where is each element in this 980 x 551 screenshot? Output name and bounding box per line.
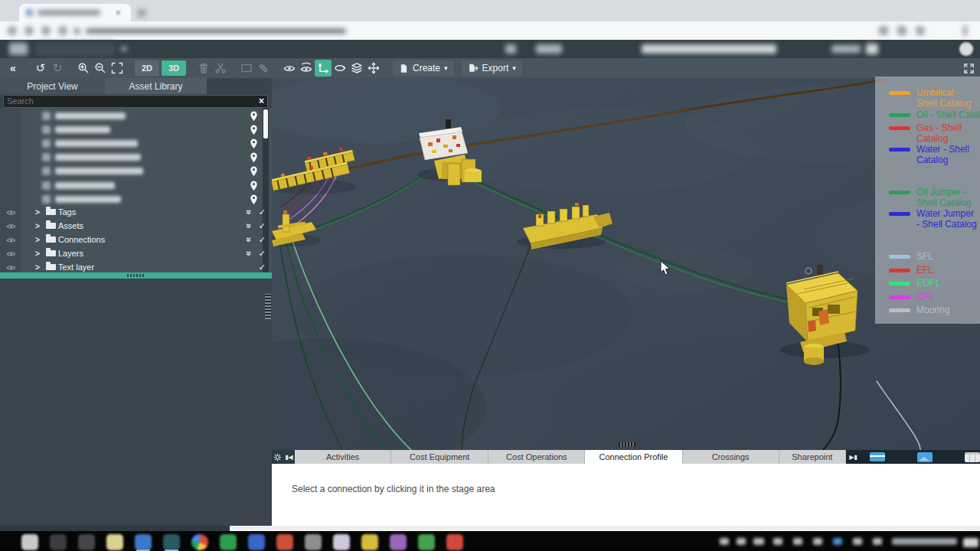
collapse-all-icon[interactable]: »	[243, 237, 254, 243]
tree-folder-tags[interactable]: > Tags »✓	[0, 205, 272, 219]
dock-app-icon[interactable]	[135, 534, 152, 550]
tree-item-blurred[interactable]	[42, 125, 110, 135]
tree-folder-label[interactable]: Tags	[58, 207, 76, 217]
dock-app-icon[interactable]	[333, 534, 350, 550]
bottom-panel-grip[interactable]	[619, 442, 635, 447]
transform-button[interactable]	[365, 60, 382, 77]
search-clear-icon[interactable]: ×	[259, 96, 264, 106]
map-pin-icon[interactable]	[250, 181, 258, 191]
browser-menu-icon[interactable]	[963, 25, 967, 36]
tray-icon[interactable]	[873, 538, 882, 545]
tray-icon[interactable]	[720, 538, 729, 545]
check-icon[interactable]: ✓	[259, 207, 266, 217]
spreadsheet-view-icon[interactable]	[965, 452, 980, 462]
tray-icon[interactable]	[737, 538, 746, 545]
dock-app-icon[interactable]	[446, 534, 463, 550]
check-icon[interactable]: ✓	[259, 249, 266, 259]
eye-icon[interactable]	[0, 207, 21, 217]
splitter-grip[interactable]	[127, 274, 144, 277]
image-view-icon[interactable]	[917, 452, 933, 462]
table-view-icon[interactable]	[870, 452, 885, 461]
panel-settings-button[interactable]	[272, 450, 283, 464]
browser-extension-icon[interactable]	[879, 26, 888, 35]
eye-icon[interactable]	[0, 221, 21, 231]
map-pin-icon[interactable]	[250, 166, 258, 177]
tree-item-blurred[interactable]	[42, 194, 121, 204]
tray-icon[interactable]	[753, 538, 764, 545]
expand-arrow-icon[interactable]: >	[35, 208, 46, 217]
scroll-tabs-end-button[interactable]: ▶▮	[848, 450, 859, 464]
dock-app-icon[interactable]	[305, 534, 322, 550]
tree-item-blurred[interactable]	[42, 139, 138, 148]
redo-button[interactable]: ↻	[49, 60, 66, 77]
dock-app-icon[interactable]	[163, 534, 180, 550]
expand-arrow-icon[interactable]: >	[35, 236, 46, 244]
search-input[interactable]	[3, 95, 268, 108]
measure-button[interactable]	[255, 60, 272, 77]
dock-app-icon[interactable]	[418, 534, 435, 550]
undo-button[interactable]: ↺	[32, 60, 49, 77]
tree-folder-layers[interactable]: > Layers »✓	[0, 246, 272, 260]
tray-icon[interactable]	[773, 538, 782, 545]
collapse-all-icon[interactable]: »	[243, 223, 254, 229]
layers-button[interactable]	[348, 60, 365, 77]
tree-scrollbar-thumb[interactable]	[263, 109, 268, 139]
collapse-all-icon[interactable]: »	[243, 251, 254, 256]
dock-browser-icon[interactable]	[191, 534, 208, 550]
collapse-sidebar-button[interactable]: «	[5, 60, 21, 77]
viewport-splitter-handle[interactable]	[265, 294, 271, 319]
eye-icon[interactable]	[0, 249, 21, 259]
visibility-labels-button[interactable]	[298, 60, 315, 77]
browser-tab-close-icon[interactable]: ×	[116, 8, 125, 17]
tab-asset-library[interactable]: Asset Library	[105, 78, 207, 94]
eye-icon[interactable]	[0, 262, 21, 272]
dock-app-icon[interactable]	[390, 534, 407, 550]
scroll-tabs-start-button[interactable]: ▮◀	[283, 450, 295, 464]
fullscreen-button[interactable]	[960, 60, 977, 77]
tray-clock-area[interactable]	[892, 538, 957, 545]
axis-mode-button[interactable]	[315, 60, 332, 77]
tree-folder-label[interactable]: Layers	[58, 249, 83, 258]
browser-extension-icon[interactable]	[897, 26, 906, 35]
tab-connection-profile[interactable]: Connection Profile	[585, 450, 682, 464]
browser-address-bar[interactable]	[0, 21, 980, 41]
region-select-button[interactable]	[238, 60, 255, 77]
tree-folder-label[interactable]: Connections	[58, 235, 105, 244]
tab-project-view[interactable]: Project View	[0, 78, 105, 94]
chevron-down-icon[interactable]	[121, 47, 127, 51]
fit-view-button[interactable]	[109, 60, 126, 77]
dock-app-icon[interactable]	[106, 534, 123, 550]
map-pin-icon[interactable]	[250, 125, 258, 135]
expand-arrow-icon[interactable]: >	[35, 263, 46, 272]
tree-folder-assets[interactable]: > Assets »✓	[0, 219, 272, 233]
header-item-blurred[interactable]	[536, 44, 562, 54]
tree-item-blurred[interactable]	[42, 111, 126, 121]
map-pin-icon[interactable]	[250, 194, 258, 205]
create-button[interactable]: Create ▾	[393, 60, 454, 76]
map-pin-icon[interactable]	[250, 152, 258, 163]
export-button[interactable]: Export ▾	[462, 60, 522, 76]
header-icon-blurred[interactable]	[505, 44, 516, 54]
zoom-out-button[interactable]	[92, 60, 109, 77]
check-icon[interactable]: ✓	[259, 221, 266, 231]
browser-home-icon[interactable]	[58, 26, 67, 35]
tab-cost-equipment[interactable]: Cost Equipment	[391, 450, 488, 464]
map-pin-icon[interactable]	[250, 111, 258, 122]
check-icon[interactable]: ✓	[259, 262, 266, 272]
tray-icon[interactable]	[813, 538, 822, 545]
tree-folder-label[interactable]: Assets	[58, 221, 83, 230]
expand-arrow-icon[interactable]: >	[35, 249, 46, 258]
tab-crossings[interactable]: Crossings	[683, 450, 779, 464]
tree-item-blurred[interactable]	[42, 152, 141, 162]
view-2d-button[interactable]: 2D	[135, 60, 159, 76]
orbit-mode-button[interactable]	[332, 60, 348, 77]
tray-icon[interactable]	[833, 538, 842, 545]
tree-item-blurred[interactable]	[42, 181, 115, 191]
dock-app-icon[interactable]	[21, 534, 38, 550]
dock-app-icon[interactable]	[276, 534, 293, 550]
header-icon-blurred[interactable]	[866, 44, 878, 54]
collapse-all-icon[interactable]: »	[243, 210, 254, 215]
expand-arrow-icon[interactable]: >	[35, 222, 46, 230]
browser-reload-icon[interactable]	[41, 26, 51, 35]
tray-icon[interactable]	[853, 538, 862, 545]
